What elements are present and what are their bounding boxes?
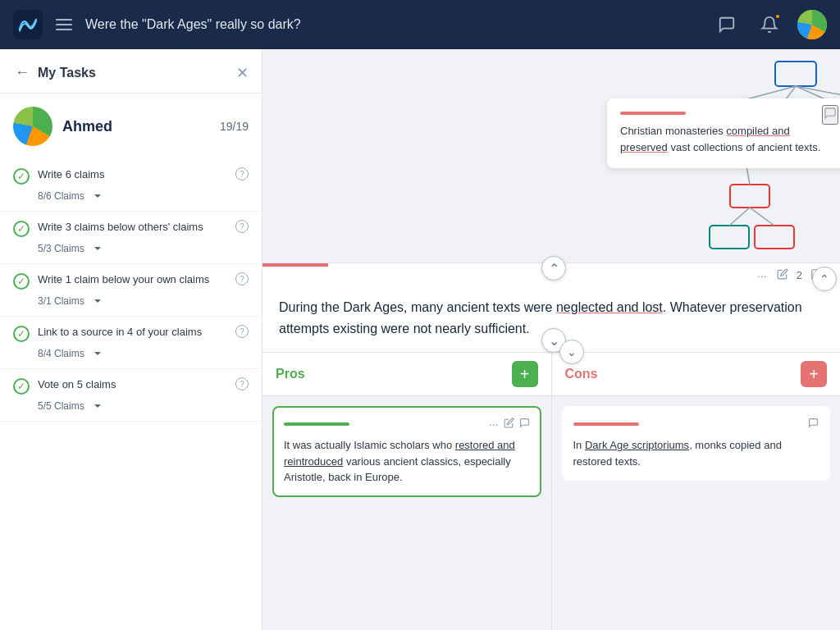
page-title: Were the "Dark Ages" really so dark? [85,17,702,32]
add-pro-button[interactable]: + [512,361,538,387]
task-count-5: 5/5 Claims [38,400,84,412]
pros-cons-section: Pros + ··· [262,353,840,630]
sidebar: ← My Tasks ✕ Ahmed 19/19 ✓ Write 6 claim… [0,49,262,630]
task-item-link-source: ✓ Link to a source in 4 of your claims ?… [0,317,262,369]
comment-icon [824,107,837,120]
hamburger-button[interactable] [52,16,75,34]
user-avatar [13,107,52,146]
task-count-4: 8/4 Claims [38,348,84,359]
pro-arg-header: ··· [284,418,530,431]
nav-icons [712,10,827,39]
user-name: Ahmed [62,118,210,135]
svg-rect-10 [710,226,749,249]
nav-up-button[interactable]: ⌃ [541,256,566,281]
task-item-vote: ✓ Vote on 5 claims ? 5/5 Claims [0,369,262,422]
con-arg-text: In Dark Age scriptoriums, monks copied a… [573,437,819,469]
con-comment-button[interactable] [808,418,819,431]
con-arg-actions [808,418,819,431]
user-row: Ahmed 19/19 [0,94,262,159]
pro-edit-icon [504,418,514,428]
task-count-3: 3/1 Claims [38,295,84,307]
main-layout: ← My Tasks ✕ Ahmed 19/19 ✓ Write 6 claim… [0,49,840,630]
edit-button[interactable] [775,267,790,284]
close-button[interactable]: ✕ [236,66,249,80]
pro-arg-link: restored and reintroduced [284,439,515,468]
pros-header: Pros + [262,353,551,396]
task-check-5: ✓ [13,378,30,395]
task-count-2: 5/3 Claims [38,243,84,254]
cons-content: In Dark Age scriptoriums, monks copied a… [552,396,841,630]
chevron-icon-5[interactable] [91,399,104,413]
main-claim-link: neglected and lost [556,300,663,314]
pro-comment-button[interactable] [519,418,530,431]
avatar-image [797,10,827,39]
svg-rect-0 [775,62,816,86]
logo-icon [16,13,39,36]
task-sub-5: 5/5 Claims [13,399,249,413]
pro-argument-card[interactable]: ··· [272,406,541,497]
task-help-5[interactable]: ? [235,377,249,390]
task-label-3: Write 1 claim below your own claims [38,272,227,287]
task-sub-1: 8/6 Claims [13,189,249,203]
add-con-button[interactable]: + [801,361,827,387]
back-button[interactable]: ← [13,62,31,83]
chevron-icon-4[interactable] [91,347,104,360]
cons-header: Cons + [552,353,841,396]
svg-rect-11 [755,226,794,249]
floating-claim-text: Christian monasteries compiled and prese… [620,125,820,153]
task-check-1: ✓ [13,168,30,185]
app-logo[interactable] [13,10,43,39]
task-help-3[interactable]: ? [235,272,249,285]
floating-claim-link: compiled and preserved [620,125,790,153]
con-arg-bar [573,422,639,426]
task-count-1: 8/6 Claims [38,190,84,202]
scroll-down-button[interactable]: ⌄ [559,340,584,364]
task-item-below-own: ✓ Write 1 claim below your own claims ? … [0,264,262,317]
comment-count: 2 [797,269,802,281]
notification-dot [774,13,781,20]
task-check-3: ✓ [13,273,30,290]
task-label-4: Link to a source in 4 of your claims [38,325,227,340]
chevron-icon-3[interactable] [91,294,104,308]
sidebar-title: My Tasks [38,66,230,80]
floating-claim-card: Christian monasteries compiled and prese… [607,98,840,168]
chevron-icon-2[interactable] [91,242,104,255]
pros-content: ··· [262,396,551,630]
task-main-4: ✓ Link to a source in 4 of your claims ? [13,325,249,342]
task-help-2[interactable]: ? [235,220,249,233]
task-sub-3: 3/1 Claims [13,294,249,308]
task-main: ✓ Write 6 claims ? [13,167,249,185]
task-item-below-others: ✓ Write 3 claims below others' claims ? … [0,212,262,264]
cons-title: Cons [565,367,801,381]
pro-arg-actions: ··· [489,418,530,431]
svg-line-20 [746,167,750,185]
task-main-3: ✓ Write 1 claim below your own claims ? [13,272,249,290]
top-navigation: Were the "Dark Ages" really so dark? [0,0,840,49]
cons-panel: Cons + [552,353,841,630]
con-comment-icon [808,418,819,428]
scroll-up-button[interactable]: ⌃ [812,267,837,291]
task-help-1[interactable]: ? [235,167,249,180]
task-main-5: ✓ Vote on 5 claims ? [13,377,249,395]
pro-arg-bar [284,422,349,426]
pro-more-button[interactable]: ··· [489,418,499,431]
svg-line-21 [729,208,750,226]
more-options-button[interactable]: ··· [756,267,769,284]
chevron-icon-1[interactable] [91,189,104,203]
notifications-button[interactable] [755,10,784,39]
user-avatar-nav[interactable] [797,10,827,39]
chat-button[interactable] [712,10,742,39]
task-help-4[interactable]: ? [235,325,249,338]
content-area: ⌃ ⌄ Christian monasteries compiled and p… [262,49,840,630]
chat-icon [718,16,736,34]
task-main-2: ✓ Write 3 claims below others' claims ? [13,220,249,237]
avatar-image-large [13,107,52,146]
tree-area: ⌃ ⌄ Christian monasteries compiled and p… [262,49,840,262]
sidebar-header: ← My Tasks ✕ [0,49,262,94]
edit-icon [777,268,788,280]
task-sub-2: 5/3 Claims [13,242,249,255]
floating-claim-comment-button[interactable] [822,105,838,125]
pro-edit-button[interactable] [504,418,514,431]
floating-claim-bar [620,112,686,115]
con-argument-card[interactable]: In Dark Age scriptoriums, monks copied a… [562,406,831,481]
